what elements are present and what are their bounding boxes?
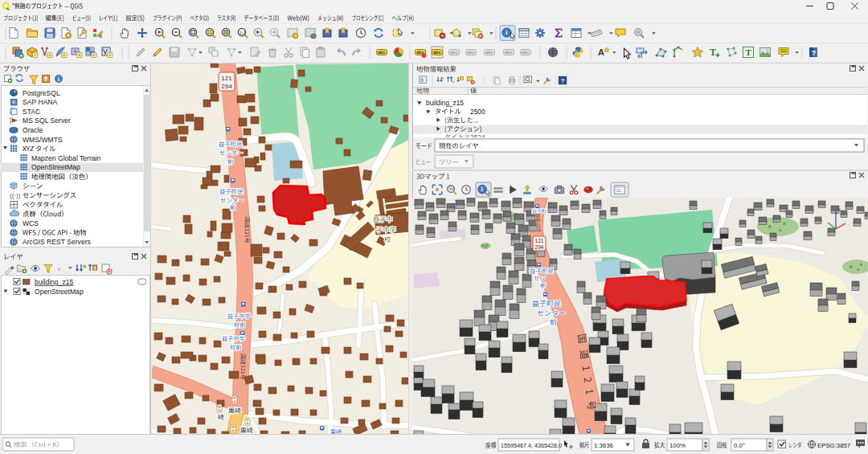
- svg-text:121: 121: [535, 238, 544, 243]
- svg-text:abc: abc: [505, 50, 512, 55]
- svg-text:ε: ε: [58, 264, 61, 272]
- svg-text:abc: abc: [467, 50, 474, 55]
- svg-text:OpenStreetMap: OpenStreetMap: [35, 288, 84, 296]
- svg-text:1:1: 1:1: [240, 31, 246, 35]
- svg-text:15595467.4, 4365428.0: 15595467.4, 4365428.0: [501, 442, 562, 449]
- svg-text:abc: abc: [485, 50, 493, 55]
- svg-text:2500: 2500: [470, 108, 485, 116]
- svg-text:?: ?: [812, 49, 817, 57]
- svg-text:building_z15: building_z15: [35, 278, 73, 286]
- svg-text:294: 294: [535, 244, 544, 250]
- svg-text:Oracle: Oracle: [23, 126, 43, 134]
- svg-text:OpenStreetMap: OpenStreetMap: [31, 163, 80, 171]
- svg-text:WMS/WMTS: WMS/WMTS: [23, 136, 63, 144]
- svg-text:%: %: [449, 186, 453, 191]
- svg-text:100%: 100%: [669, 442, 686, 449]
- svg-text:a: a: [99, 33, 102, 39]
- svg-text:::: ::: [62, 268, 64, 273]
- svg-text:SAP HANA: SAP HANA: [23, 98, 58, 106]
- svg-text:T: T: [746, 47, 752, 57]
- svg-text:abc: abc: [522, 50, 529, 55]
- svg-text:PostgreSQL: PostgreSQL: [23, 89, 60, 97]
- svg-text:MS SQL Server: MS SQL Server: [23, 117, 71, 125]
- svg-text:121: 121: [221, 75, 232, 82]
- svg-text:building_z15: building_z15: [426, 99, 464, 107]
- svg-text:abc: abc: [450, 50, 457, 55]
- svg-text:((·)): ((·)): [10, 192, 21, 199]
- svg-text:T: T: [710, 47, 716, 58]
- svg-text:abc: abc: [433, 50, 440, 55]
- svg-text:WCS: WCS: [23, 219, 39, 227]
- svg-text:N: N: [837, 207, 841, 212]
- svg-text:0.0°: 0.0°: [734, 442, 745, 449]
- svg-text:A: A: [598, 47, 604, 57]
- svg-text:1:3636: 1:3636: [594, 442, 613, 449]
- svg-text:294: 294: [221, 83, 232, 90]
- svg-text:EPSG:3857: EPSG:3857: [817, 442, 850, 449]
- svg-text:Mapzen Global Terrain: Mapzen Global Terrain: [31, 154, 101, 162]
- svg-text:?: ?: [561, 77, 565, 84]
- svg-text:STAC: STAC: [23, 108, 40, 116]
- svg-text:abc: abc: [378, 50, 385, 55]
- svg-text:ArcGIS REST Servers: ArcGIS REST Servers: [23, 238, 91, 246]
